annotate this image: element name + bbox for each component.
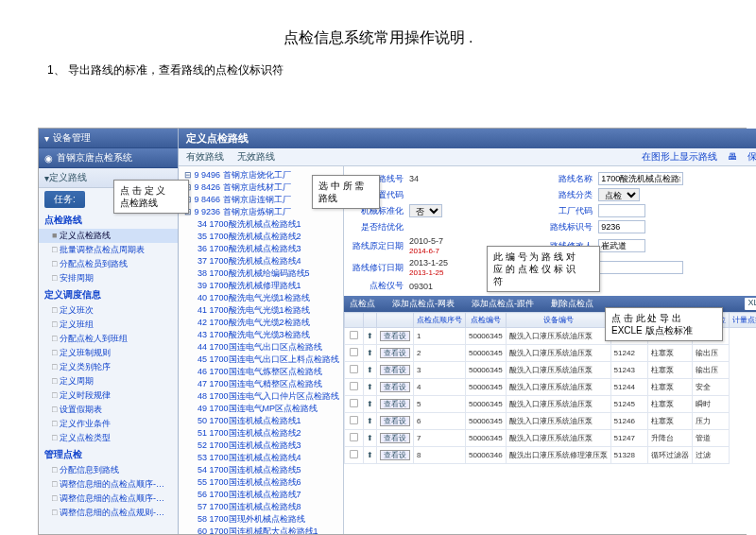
row-action-button[interactable]: 查看设 <box>377 413 414 430</box>
sidebar-item[interactable]: 定义点检类型 <box>39 431 178 445</box>
tree-node-level2[interactable]: 52 1700国连机械点检路线3 <box>180 440 341 452</box>
tree-node-level2[interactable]: 53 1700国连机械点检路线4 <box>180 452 341 464</box>
tab-add-tree[interactable]: 添加点检点-跟件 <box>472 298 534 310</box>
tab-add-list[interactable]: 添加点检点-网表 <box>392 298 455 310</box>
print-icon[interactable]: 🖶 <box>728 151 737 162</box>
table-row[interactable]: ⬆查看设750006345酸洗入口液压系统油压泵51247升降台管道 <box>345 430 757 447</box>
tab-delete-points[interactable]: 删除点检点 <box>551 298 593 310</box>
sidebar-item[interactable]: 定义点检路线 <box>39 229 178 243</box>
sidebar-item[interactable]: 分配点检人到班组 <box>39 332 178 346</box>
table-header-cell[interactable]: 计量点描述 <box>729 313 756 328</box>
row-checkbox[interactable] <box>350 331 358 339</box>
sidebar-item[interactable]: 定义类别轮序 <box>39 360 178 374</box>
input-note[interactable] <box>598 261 683 274</box>
tree-node-level2[interactable]: 35 1700酸洗机械点检路线2 <box>180 231 341 243</box>
sidebar-item[interactable]: 定义班次 <box>39 303 178 318</box>
sidebar-item[interactable]: 定义班组 <box>39 318 178 332</box>
table-row[interactable]: ⬆查看设350006345酸洗入口液压系统油压泵51243柱塞泵输出压 <box>345 362 757 379</box>
move-up-icon[interactable]: ⬆ <box>364 362 377 379</box>
select-route-type[interactable]: 点检 <box>598 188 640 201</box>
tree-node-level2[interactable]: 58 1700国现外机械点检路线 <box>180 513 341 526</box>
table-header-cell[interactable]: 点检编号 <box>466 313 507 328</box>
table-header-cell[interactable]: 设备编号 <box>506 313 610 328</box>
tab-valid-routes[interactable]: 有效路线 <box>186 151 224 162</box>
tree-node-level2[interactable]: 40 1700酸洗电气光缆1检路线 <box>180 292 341 304</box>
input-factory-code[interactable] <box>598 204 645 217</box>
table-header-cell[interactable] <box>377 313 414 328</box>
tree-node-level2[interactable]: 39 1700酸洗机械修理路线1 <box>180 280 341 292</box>
sidebar-header-top[interactable]: ▾设备管理 <box>39 129 178 148</box>
input-modifier[interactable] <box>598 239 645 252</box>
tree-node-level2[interactable]: 45 1700国连电气出口区上料点检路线 <box>180 354 341 366</box>
sidebar-item[interactable]: 设置假期表 <box>39 403 178 417</box>
xls-export-button[interactable]: XLS <box>745 298 756 310</box>
move-up-icon[interactable]: ⬆ <box>364 328 377 345</box>
tree-node-level2[interactable]: 38 1700酸洗机械给编码路线5 <box>180 268 341 280</box>
row-action-button[interactable]: 查看设 <box>377 396 414 413</box>
tree-node-level2[interactable]: 46 1700国连电气炼整区点检路线 <box>180 366 341 378</box>
sidebar-item[interactable]: 调整信息细的点检点顺序-树状模式 <box>39 477 178 492</box>
input-route-name[interactable] <box>598 172 683 185</box>
row-checkbox[interactable] <box>350 382 358 390</box>
tree-node-level2[interactable]: 44 1700国连电气出口区点检路线 <box>180 341 341 354</box>
tree-node-level2[interactable]: 51 1700国连机械点检路线2 <box>180 427 341 440</box>
tree-node-level2[interactable]: 54 1700国连机械点检路线5 <box>180 464 341 476</box>
save-icon[interactable]: 保存 <box>747 151 756 162</box>
tree-node-level2[interactable]: 37 1700酸洗机械点检路线4 <box>180 255 341 268</box>
sidebar-item[interactable]: 定义作业条件 <box>39 417 178 431</box>
tree-node-level2[interactable]: 41 1700酸洗电气光缆1检路线 <box>180 304 341 317</box>
move-up-icon[interactable]: ⬆ <box>364 447 377 464</box>
tab-invalid-routes[interactable]: 无效路线 <box>237 151 275 162</box>
task-button[interactable]: 任务: <box>44 191 85 208</box>
row-action-button[interactable]: 查看设 <box>377 447 414 464</box>
move-up-icon[interactable]: ⬆ <box>364 345 377 362</box>
route-tree[interactable]: ⊟ 9 9496 首钢京唐烧化工厂⊟ 9 8426 首钢京唐线材工厂⊟ 9 84… <box>179 166 344 534</box>
tree-node-level2[interactable]: 55 1700国连机械点检路线6 <box>180 476 341 489</box>
row-checkbox[interactable] <box>350 416 358 424</box>
sidebar-item[interactable]: 定义周期 <box>39 374 178 388</box>
row-checkbox[interactable] <box>350 433 358 441</box>
check-points-table[interactable]: 点检点顺序号点检编号设备编号设备名称点检点编号点检部位计量点描述⬆查看设1500… <box>344 312 756 534</box>
move-up-icon[interactable]: ⬆ <box>364 413 377 430</box>
table-row[interactable]: ⬆查看设250006345酸洗入口液压系统油压泵51242柱塞泵输出压 <box>345 345 757 362</box>
sidebar-item[interactable]: 分配信息到路线 <box>39 463 178 477</box>
table-row[interactable]: ⬆查看设550006345酸洗入口液压系统油压泵51245柱塞泵瞬时 <box>345 396 757 413</box>
tree-node-level2[interactable]: 50 1700国连机械点检路线1 <box>180 415 341 427</box>
move-up-icon[interactable]: ⬆ <box>364 430 377 447</box>
tree-node-level2[interactable]: 42 1700酸洗电气光缆2检路线 <box>180 317 341 329</box>
sidebar-item[interactable]: 调整信息细的点检点顺序-路线图形模式 <box>39 492 178 506</box>
tab-check-points[interactable]: 点检点 <box>350 298 375 310</box>
sidebar-item[interactable]: 批量调整点检点周期表 <box>39 243 178 257</box>
table-row[interactable]: ⬆查看设450006345酸洗入口液压系统油压泵51244柱塞泵安全 <box>345 379 757 396</box>
move-up-icon[interactable]: ⬆ <box>364 379 377 396</box>
sidebar-item[interactable]: 安排周期 <box>39 271 178 285</box>
table-row[interactable]: ⬆查看设650006345酸洗入口液压系统油压泵51246柱塞泵压力 <box>345 413 757 430</box>
tree-node-level2[interactable]: 47 1700国连电气精整区点检路线 <box>180 378 341 390</box>
sidebar-item[interactable]: 调整信息细的点检点规则-表格模式 <box>39 506 178 520</box>
sidebar-item[interactable]: 定义时段规律 <box>39 388 178 403</box>
tree-node-level2[interactable]: 43 1700酸洗电气光缆3检路线 <box>180 329 341 341</box>
row-checkbox[interactable] <box>350 399 358 407</box>
tree-node-level2[interactable]: 57 1700国连机械点检路线8 <box>180 501 341 513</box>
row-checkbox[interactable] <box>350 365 358 373</box>
sidebar-item[interactable]: 分配点检员到路线 <box>39 257 178 271</box>
show-on-graph-link[interactable]: 在图形上显示路线 <box>642 151 717 162</box>
select-machinery[interactable]: 否 <box>409 204 442 217</box>
row-action-button[interactable]: 查看设 <box>377 345 414 362</box>
row-checkbox[interactable] <box>350 450 358 458</box>
row-action-button[interactable]: 查看设 <box>377 362 414 379</box>
tree-node-level2[interactable]: 48 1700国连电气入口仲片区点检路线 <box>180 390 341 403</box>
tree-node-level2[interactable]: 56 1700国连机械点检路线7 <box>180 489 341 501</box>
tree-node-level2[interactable]: 60 1700国连机械配大点检路线1 <box>180 526 341 534</box>
table-header-cell[interactable] <box>345 313 364 328</box>
table-header-cell[interactable] <box>364 313 377 328</box>
table-header-cell[interactable]: 点检点顺序号 <box>414 313 466 328</box>
row-action-button[interactable]: 查看设 <box>377 379 414 396</box>
row-checkbox[interactable] <box>350 348 358 356</box>
tree-node-level2[interactable]: 34 1700酸洗机械点检路线1 <box>180 218 341 231</box>
table-row[interactable]: ⬆查看设850006346酸洗出口液压系统修理液压泵51328循环过滤器过滤 <box>345 447 757 464</box>
row-action-button[interactable]: 查看设 <box>377 430 414 447</box>
tree-node-level2[interactable]: 36 1700酸洗机械点检路线3 <box>180 243 341 255</box>
input-route-ident[interactable] <box>598 220 645 233</box>
row-action-button[interactable]: 查看设 <box>377 328 414 345</box>
